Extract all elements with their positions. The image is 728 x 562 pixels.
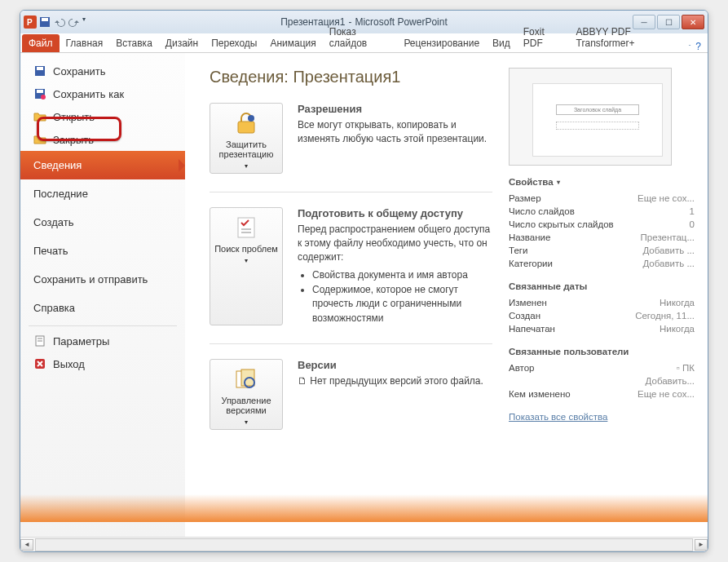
button-label: Управление версиями: [214, 396, 279, 415]
scroll-right-button[interactable]: ►: [695, 539, 708, 551]
prop-value[interactable]: Добавить ...: [642, 246, 695, 255]
tab-view[interactable]: Вид: [486, 34, 517, 52]
options-icon: [33, 334, 46, 347]
save-as-icon: [33, 87, 46, 100]
prop-key: Автор: [509, 363, 534, 373]
redo-icon[interactable]: [68, 15, 81, 29]
chevron-down-icon: ▾: [557, 179, 560, 186]
prop-value: Никогда: [660, 324, 695, 334]
prop-key: Теги: [509, 246, 527, 255]
add-author[interactable]: Добавить...: [646, 376, 695, 386]
prop-key: Название: [509, 232, 550, 242]
scroll-track[interactable]: [35, 538, 693, 551]
sidebar-item-label: Открыть: [53, 111, 95, 123]
prop-key: Число слайдов: [509, 206, 575, 216]
prop-value: Еще не сох...: [638, 193, 695, 203]
exit-icon: [33, 357, 46, 370]
app-icon: P: [24, 15, 37, 29]
backstage-sidebar: Сохранить Сохранить как Открыть Закрыть …: [20, 53, 185, 537]
scroll-left-button[interactable]: ◄: [20, 539, 33, 551]
tab-slideshow[interactable]: Показ слайдов: [323, 23, 398, 52]
prepare-heading: Подготовить к общему доступу: [298, 207, 492, 219]
ribbon-minimize-icon[interactable]: ˇ: [689, 43, 691, 51]
prop-value: 1: [690, 206, 695, 216]
chevron-down-icon: ▾: [245, 257, 248, 264]
properties-dropdown[interactable]: Свойства▾: [509, 177, 695, 187]
show-all-properties-link[interactable]: Показать все свойства: [509, 412, 607, 422]
sidebar-item-label: Сохранить как: [53, 88, 124, 100]
svg-point-14: [248, 115, 254, 122]
page-title: Сведения: Презентация1: [210, 68, 492, 86]
related-dates-heading: Связанные даты: [509, 281, 695, 291]
tab-review[interactable]: Рецензирование: [397, 34, 486, 52]
related-users-heading: Связанные пользователи: [509, 347, 695, 356]
prop-key: Размер: [509, 193, 541, 203]
sidebar-item-recent[interactable]: Последние: [20, 179, 185, 208]
sidebar-item-label: Параметры: [53, 335, 109, 347]
checklist-icon: [233, 215, 259, 241]
prop-value[interactable]: Презентац...: [641, 232, 695, 242]
permissions-heading: Разрешения: [298, 103, 492, 115]
section-prepare: Поиск проблем ▾ Подготовить к общему дос…: [210, 207, 492, 325]
svg-text:P: P: [27, 18, 33, 27]
prop-key: Категории: [509, 259, 553, 268]
prop-key: Изменен: [509, 298, 547, 308]
sidebar-item-label: Закрыть: [53, 134, 94, 146]
quick-access-toolbar: P ▾: [24, 15, 95, 29]
tab-abbyy[interactable]: ABBYY PDF Transformer+: [570, 23, 689, 52]
divider: [210, 343, 492, 344]
chevron-down-icon: ▾: [245, 418, 248, 426]
sidebar-item-exit[interactable]: Выход: [20, 352, 185, 375]
tab-insert[interactable]: Вставка: [109, 34, 159, 52]
sidebar-separator: [29, 325, 177, 326]
sidebar-item-label: Справка: [33, 302, 75, 314]
permissions-body: Все могут открывать, копировать и изменя…: [298, 118, 492, 146]
horizontal-scrollbar[interactable]: ◄ ►: [20, 537, 708, 551]
sidebar-item-print[interactable]: Печать: [20, 237, 185, 265]
qat-dropdown-icon[interactable]: ▾: [82, 15, 95, 29]
undo-icon[interactable]: [53, 15, 66, 29]
sidebar-item-open[interactable]: Открыть: [20, 105, 185, 128]
prop-value[interactable]: Добавить ...: [642, 259, 695, 268]
prepare-body: Перед распространением общего доступа к …: [298, 223, 492, 263]
backstage-content: Сохранить Сохранить как Открыть Закрыть …: [20, 53, 708, 537]
sidebar-item-close[interactable]: Закрыть: [20, 128, 185, 151]
sidebar-item-label: Сохранить и отправить: [33, 273, 148, 285]
divider: [210, 192, 492, 192]
svg-rect-3: [42, 18, 48, 21]
slide-thumbnail[interactable]: Заголовок слайда: [509, 68, 672, 166]
sidebar-item-help[interactable]: Справка: [20, 294, 185, 322]
tab-animations[interactable]: Анимация: [263, 34, 322, 52]
ribbon-tabs: Файл Главная Вставка Дизайн Переходы Ани…: [20, 33, 708, 53]
properties-column: Заголовок слайда Свойства▾ РазмерЕще не …: [509, 68, 695, 530]
lock-key-icon: [233, 110, 259, 136]
tab-foxit[interactable]: Foxit PDF: [517, 23, 570, 52]
prop-value[interactable]: ▫ ПК: [677, 363, 695, 373]
save-icon: [33, 64, 46, 77]
tab-design[interactable]: Дизайн: [159, 34, 205, 52]
chevron-down-icon: ▾: [245, 162, 248, 170]
help-icon[interactable]: ?: [695, 41, 701, 52]
prop-value: 0: [690, 219, 695, 229]
save-icon[interactable]: [38, 15, 51, 29]
sidebar-item-label: Выход: [53, 358, 85, 370]
prop-value: Никогда: [660, 298, 695, 308]
button-label: Защитить презентацию: [214, 139, 279, 159]
versions-heading: Версии: [298, 359, 492, 371]
tab-file[interactable]: Файл: [22, 34, 60, 52]
tab-home[interactable]: Главная: [60, 34, 110, 52]
sidebar-item-new[interactable]: Создать: [20, 208, 185, 237]
protect-presentation-button[interactable]: Защитить презентацию ▾: [210, 103, 283, 174]
tab-transitions[interactable]: Переходы: [205, 34, 263, 52]
prop-value: Еще не сох...: [638, 389, 695, 399]
sidebar-item-save-as[interactable]: Сохранить как: [20, 82, 185, 105]
sidebar-item-options[interactable]: Параметры: [20, 330, 185, 352]
sidebar-item-share[interactable]: Сохранить и отправить: [20, 265, 185, 294]
check-issues-button[interactable]: Поиск проблем ▾: [210, 207, 283, 325]
prepare-item: Содержимое, которое не смогут прочесть л…: [312, 283, 492, 325]
sidebar-item-info[interactable]: Сведения: [20, 151, 185, 179]
manage-versions-button[interactable]: Управление версиями ▾: [210, 359, 283, 430]
button-label: Поиск проблем: [214, 244, 278, 254]
sidebar-item-save[interactable]: Сохранить: [20, 60, 185, 82]
backstage-main: Сведения: Презентация1 Защитить презента…: [185, 53, 708, 537]
